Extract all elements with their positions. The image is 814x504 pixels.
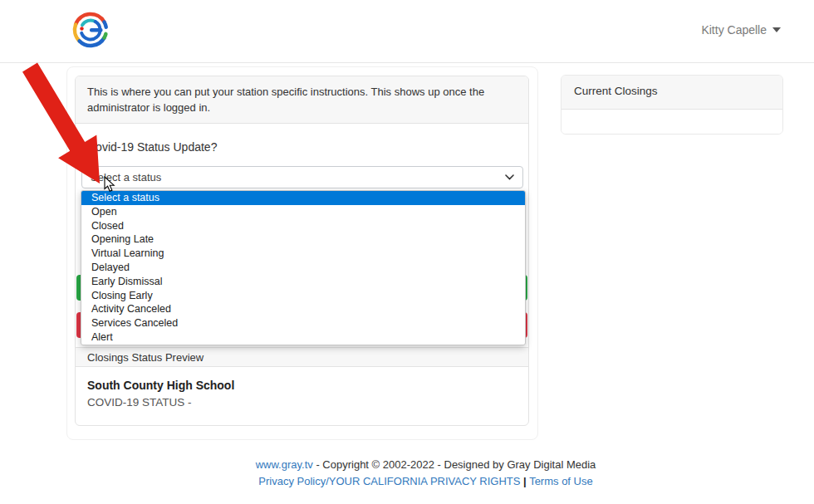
dropdown-option-opening-late[interactable]: Opening Late xyxy=(81,232,525,247)
school-status-line: COVID-19 STATUS - xyxy=(87,396,517,409)
dropdown-option-activity-canceled[interactable]: Activity Canceled xyxy=(81,302,525,316)
dropdown-option-virtual-learning[interactable]: Virtual Learning xyxy=(81,247,525,261)
status-select[interactable]: Select a status xyxy=(81,166,523,188)
dropdown-option-early-dismissal[interactable]: Early Dismissal xyxy=(81,275,525,289)
status-dropdown-list: Select a status Open Closed Opening Late… xyxy=(81,190,526,345)
copyright-text: - Copyright © 2002-2022 - Designed by Gr… xyxy=(313,458,596,471)
page-footer: www.gray.tv - Copyright © 2002-2022 - De… xyxy=(37,458,814,492)
closings-preview-header: Closings Status Preview xyxy=(76,347,528,367)
privacy-policy-link[interactable]: Privacy Policy/YOUR CALIFORNIA PRIVACY R… xyxy=(258,475,520,487)
footer-copyright-line: www.gray.tv - Copyright © 2002-2022 - De… xyxy=(37,458,814,471)
user-menu[interactable]: Kitty Capelle xyxy=(701,23,781,37)
page: Kitty Capelle This is where you can put … xyxy=(0,0,814,504)
current-closings-title: Current Closings xyxy=(561,76,782,110)
dropdown-option-closing-early[interactable]: Closing Early xyxy=(81,289,525,303)
chevron-down-icon xyxy=(505,174,514,180)
user-name: Kitty Capelle xyxy=(701,23,767,37)
top-bar: Kitty Capelle xyxy=(0,0,814,63)
dropdown-option-open[interactable]: Open xyxy=(81,205,525,219)
school-name: South County High School xyxy=(87,379,517,392)
station-instructions: This is where you can put your station s… xyxy=(76,76,528,124)
dropdown-option-select-a-status[interactable]: Select a status xyxy=(81,191,525,205)
dropdown-option-services-canceled[interactable]: Services Canceled xyxy=(81,316,525,330)
footer-legal-line: Privacy Policy/YOUR CALIFORNIA PRIVACY R… xyxy=(37,475,814,487)
gray-tv-logo-icon[interactable] xyxy=(70,9,111,51)
covid-status-label: Covid-19 Status Update? xyxy=(87,140,217,154)
gray-tv-link[interactable]: www.gray.tv xyxy=(256,458,313,471)
current-closings-body xyxy=(561,110,782,134)
status-select-value: Select a status xyxy=(91,171,505,183)
dropdown-option-alert[interactable]: Alert xyxy=(81,330,525,345)
footer-separator: | xyxy=(523,475,527,487)
dropdown-option-delayed[interactable]: Delayed xyxy=(81,261,525,275)
current-closings-card: Current Closings xyxy=(561,75,783,135)
closings-preview-body: South County High School COVID-19 STATUS… xyxy=(76,367,528,427)
terms-of-use-link[interactable]: Terms of Use xyxy=(529,475,593,487)
chevron-down-icon xyxy=(772,27,781,32)
dropdown-option-closed[interactable]: Closed xyxy=(81,219,525,233)
